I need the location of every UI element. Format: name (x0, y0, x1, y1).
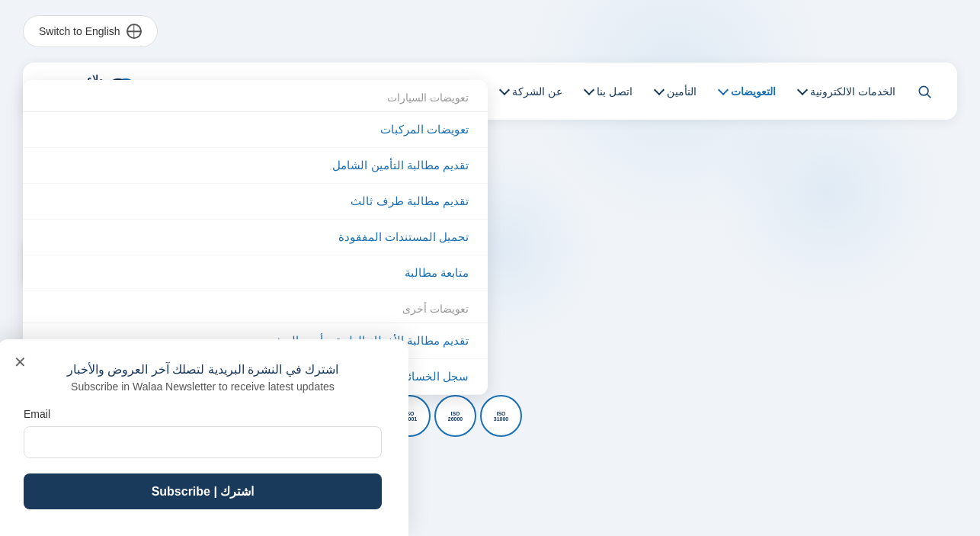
newsletter-title-ar: اشترك في النشرة البريدية لتصلك آخر العرو… (24, 362, 382, 377)
cert-badge-26000: ISO 26000 (434, 395, 476, 437)
popup-close-button[interactable]: ✕ (8, 351, 31, 374)
switch-language-button[interactable]: Switch to English (23, 15, 158, 47)
dropdown-item-vehicle-claims[interactable]: تعويضات المركبات (23, 112, 488, 148)
dropdown-item-third-party-claim[interactable]: تقديم مطالبة طرف ثالث (23, 184, 488, 220)
newsletter-popup: ✕ اشترك في النشرة البريدية لتصلك آخر الع… (0, 339, 408, 536)
switch-lang-label: Switch to English (39, 25, 120, 37)
email-label: Email (24, 408, 382, 420)
dropdown-item-track-claim[interactable]: متابعة مطالبة (23, 255, 488, 291)
globe-icon (127, 24, 142, 39)
dropdown-section-other-header: تعويضات أخرى (23, 291, 488, 323)
subscribe-button[interactable]: Subscribe | اشترك (24, 473, 382, 509)
dropdown-item-comprehensive-claim[interactable]: تقديم مطالبة التأمين الشامل (23, 148, 488, 184)
cert-label-26000: ISO (450, 411, 460, 416)
email-input[interactable] (24, 426, 382, 458)
cert-num-31000: 31000 (494, 416, 508, 422)
cert-label-31000: ISO (496, 411, 505, 416)
dropdown-item-upload-documents[interactable]: تحميل المستندات المفقودة (23, 220, 488, 255)
cert-num-26000: 26000 (448, 416, 463, 422)
dropdown-section-cars-header: تعويضات السيارات (23, 80, 488, 112)
top-bar: Switch to English (0, 0, 980, 63)
cert-badge-31000: ISO 31000 (480, 395, 522, 437)
newsletter-title-en: Subscribe in Walaa Newsletter to receive… (24, 380, 382, 393)
